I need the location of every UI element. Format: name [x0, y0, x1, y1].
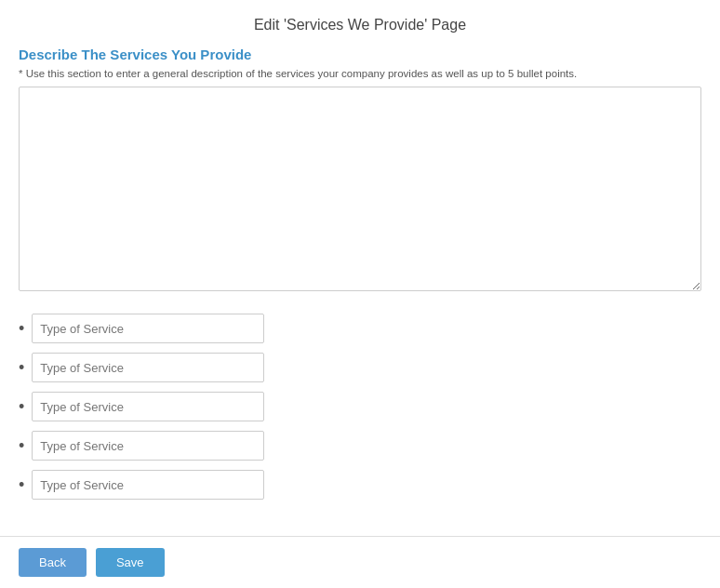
bullet-item-3: •: [19, 392, 701, 421]
bullet-dot-2: •: [19, 359, 24, 376]
service-input-4[interactable]: [32, 431, 264, 461]
content-area: Describe The Services You Provide * Use …: [0, 47, 720, 536]
page-title: Edit 'Services We Provide' Page: [0, 0, 720, 47]
bullet-list: • • • • •: [19, 314, 701, 500]
section-heading: Describe The Services You Provide: [19, 47, 701, 62]
service-input-2[interactable]: [32, 353, 264, 382]
bullet-item-5: •: [19, 470, 701, 500]
service-input-3[interactable]: [32, 392, 264, 421]
footer-bar: Back Save: [0, 536, 720, 588]
section-hint: * Use this section to enter a general de…: [19, 68, 701, 79]
service-input-1[interactable]: [32, 314, 264, 343]
bullet-dot-4: •: [19, 437, 24, 454]
back-button[interactable]: Back: [19, 548, 87, 577]
bullet-dot-5: •: [19, 476, 24, 493]
bullet-dot-3: •: [19, 398, 24, 415]
save-button[interactable]: Save: [96, 548, 165, 577]
bullet-dot-1: •: [19, 320, 24, 337]
bullet-item-4: •: [19, 431, 701, 461]
bullet-item-2: •: [19, 353, 701, 382]
service-input-5[interactable]: [32, 470, 264, 500]
description-textarea[interactable]: [19, 87, 701, 291]
bullet-item-1: •: [19, 314, 701, 343]
page-wrapper: Edit 'Services We Provide' Page Describe…: [0, 0, 720, 588]
